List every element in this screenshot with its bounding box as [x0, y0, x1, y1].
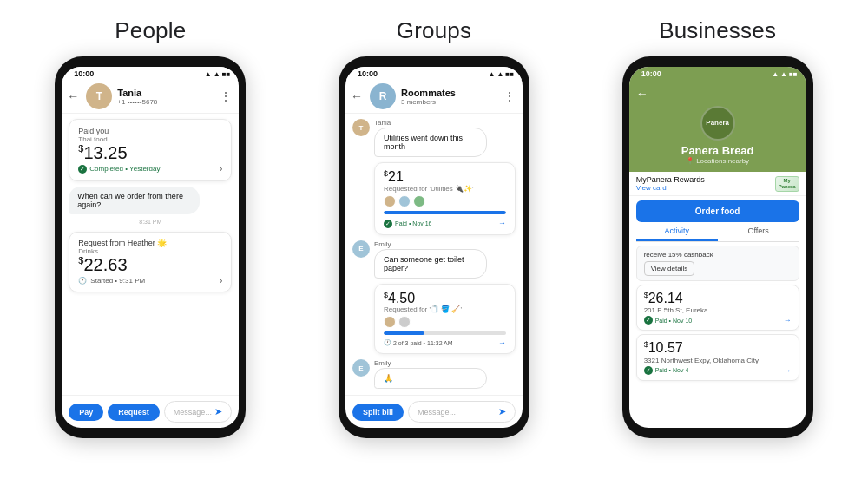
tab-activity[interactable]: Activity — [636, 222, 718, 241]
people-message-box[interactable]: Message... ➤ — [164, 401, 232, 423]
businesses-view-details-button[interactable]: View details — [644, 261, 695, 276]
people-phone-frame: 10:00 ▲ ▲ ■■ ← T Tania +1 ••••••5678 — [55, 56, 246, 438]
people-request-label: Request from Heather 🌟 — [78, 239, 222, 247]
groups-emily2-bubble: 🙏 — [374, 368, 487, 389]
groups-screen-content: T Tania Utilities went down this month $… — [345, 114, 523, 395]
people-app-header: ← T Tania +1 ••••••5678 ⋮ — [62, 80, 239, 114]
groups-emily2-sender: Emily — [374, 359, 516, 367]
groups-status-icons: ▲ ▲ ■■ — [488, 70, 514, 78]
businesses-title: Businesses — [659, 17, 776, 44]
people-request-arrow: › — [220, 276, 222, 285]
people-payment-amount: $13.25 — [78, 143, 222, 162]
businesses-trans1-status: ✓ Paid • Nov 10 → — [644, 316, 792, 325]
people-screen-content: Paid you Thai food $13.25 ✓ Completed • … — [62, 114, 239, 395]
request-button[interactable]: Request — [108, 404, 160, 421]
people-request-info: 🕐 Started • 9:31 PM › — [78, 276, 222, 285]
businesses-rewards-bar: MyPanera Rewards View card My Panera — [629, 172, 806, 196]
people-title: People — [115, 17, 186, 44]
businesses-trans1-amount: $26.14 — [644, 291, 792, 306]
businesses-phone-frame: 10:00 ▲ ▲ ■■ ← Panera Panera Bread — [622, 56, 813, 438]
businesses-name: Panera Bread — [681, 144, 754, 157]
people-header-avatar: T — [86, 83, 112, 109]
people-phone-screen: 10:00 ▲ ▲ ■■ ← T Tania +1 ••••••5678 — [62, 67, 239, 428]
groups-check1-icon: ✓ — [384, 220, 392, 228]
businesses-view-card-link[interactable]: View card — [636, 184, 705, 192]
people-chat-area: When can we order from there again? 8:31… — [69, 187, 232, 226]
groups-payment1-info: ✓ Paid • Nov 16 → — [384, 218, 506, 228]
groups-progress2 — [384, 331, 506, 335]
businesses-location-icon: 📍 — [686, 157, 694, 165]
groups-header-info: Roommates 3 members — [401, 88, 498, 106]
groups-payment2: $4.50 Requested for '🧻 🪣 🧹' 🕐 — [374, 284, 516, 355]
people-header-sub: +1 ••••••5678 — [117, 98, 214, 106]
groups-header-name: Roommates — [401, 88, 498, 98]
businesses-check1-icon: ✓ — [644, 316, 653, 325]
groups-emily2-avatar: E — [352, 359, 370, 377]
groups-send-icon[interactable]: ➤ — [498, 406, 506, 417]
groups-paid-status: ✓ Paid • Nov 16 — [384, 220, 432, 228]
groups-arrow1[interactable]: → — [498, 219, 506, 227]
businesses-trans2-arrow[interactable]: → — [784, 366, 792, 375]
people-bottom-bar: Pay Request Message... ➤ — [62, 395, 239, 428]
groups-emily1-bubble: Can someone get toilet paper? — [374, 249, 487, 279]
businesses-trans1-address: 201 E 5th St, Eureka — [644, 306, 792, 314]
people-arrow-icon: › — [220, 164, 222, 174]
groups-tania-sender: Tania — [374, 119, 516, 127]
businesses-status-bar: 10:00 ▲ ▲ ■■ — [629, 67, 806, 80]
groups-arrow2[interactable]: → — [498, 338, 506, 347]
groups-emily1-sender: Emily — [374, 240, 516, 248]
people-payment-card: Paid you Thai food $13.25 ✓ Completed • … — [69, 119, 232, 181]
businesses-trans1-arrow[interactable]: → — [784, 316, 792, 325]
groups-payment2-info: 🕐 2 of 3 paid • 11:32 AM → — [384, 338, 506, 347]
people-request-sub: Drinks — [78, 247, 222, 255]
groups-emily2-content: Emily 🙏 — [374, 359, 516, 389]
groups-message-box[interactable]: Message... ➤ — [408, 401, 516, 423]
groups-progress1-fill — [384, 211, 506, 214]
groups-msg-tania: T Tania Utilities went down this month — [352, 119, 516, 157]
people-send-icon[interactable]: ➤ — [214, 406, 222, 417]
businesses-transaction1: $26.14 201 E 5th St, Eureka ✓ Paid • Nov… — [636, 285, 799, 331]
businesses-transaction2: $10.57 3321 Northwest Expy, Oklahoma Cit… — [636, 334, 799, 380]
groups-progress2-fill — [384, 331, 424, 335]
businesses-status-icons: ▲ ▲ ■■ — [772, 70, 798, 78]
groups-payment1-label: Requested for 'Utilities 🔌✨' — [384, 185, 506, 193]
businesses-location: 📍 Locations nearby — [686, 157, 749, 165]
businesses-time: 10:00 — [641, 69, 661, 78]
groups-message-placeholder: Message... — [418, 408, 456, 417]
groups-progress1 — [384, 211, 506, 214]
pay-button[interactable]: Pay — [69, 404, 103, 421]
groups-payment1-amount: $21 — [384, 169, 506, 185]
groups-status-bar: 10:00 ▲ ▲ ■■ — [345, 67, 523, 80]
groups-section: Groups 10:00 ▲ ▲ ■■ ← R — [299, 17, 569, 438]
people-back-icon[interactable]: ← — [67, 89, 79, 103]
order-food-button[interactable]: Order food — [636, 200, 799, 222]
groups-bottom-bar: Split bill Message... ➤ — [345, 395, 523, 428]
people-message-placeholder: Message... — [174, 408, 212, 417]
groups-payment2-label: Requested for '🧻 🪣 🧹' — [384, 305, 506, 313]
split-bill-button[interactable]: Split bill — [352, 404, 404, 421]
people-section: People 10:00 ▲ ▲ ■■ ← T — [16, 17, 285, 438]
people-request-amount: $22.63 — [78, 255, 222, 274]
groups-app-header: ← R Roommates 3 members ⋮ — [345, 80, 523, 114]
businesses-rewards-card: My Panera — [775, 176, 799, 192]
businesses-trans2-address: 3321 Northwest Expy, Oklahoma City — [644, 357, 792, 364]
groups-tania-content: Tania Utilities went down this month — [374, 119, 516, 157]
businesses-content: receive 15% cashback View details $26.14… — [629, 242, 806, 428]
people-time: 10:00 — [74, 69, 94, 78]
businesses-back-icon[interactable]: ← — [636, 87, 648, 101]
people-status-bar: 10:00 ▲ ▲ ■■ — [62, 67, 239, 80]
people-chat-time: 8:31 PM — [69, 219, 232, 225]
people-header-name: Tania — [117, 88, 214, 98]
groups-payment1: $21 Requested for 'Utilities 🔌✨' — [374, 162, 516, 235]
groups-header-sub: 3 members — [401, 98, 498, 106]
people-chat-bubble: When can we order from there again? — [69, 187, 199, 214]
groups-tania-bubble: Utilities went down this month — [374, 128, 487, 157]
tab-offers[interactable]: Offers — [718, 222, 799, 241]
businesses-biz-header: ← Panera Panera Bread 📍 Locations nearby — [629, 80, 806, 172]
businesses-cashback-text: receive 15% cashback — [644, 251, 792, 259]
groups-back-icon[interactable]: ← — [351, 89, 363, 103]
people-more-icon[interactable]: ⋮ — [220, 89, 232, 103]
groups-more-icon[interactable]: ⋮ — [503, 89, 516, 103]
groups-phone-screen: 10:00 ▲ ▲ ■■ ← R Roommates 3 members — [345, 67, 523, 428]
businesses-tabs: Activity Offers — [636, 222, 799, 242]
